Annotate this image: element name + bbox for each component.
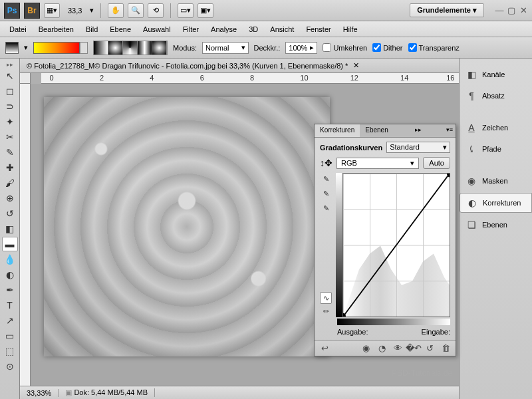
- panel-zeichen[interactable]: AZeichen: [460, 118, 532, 137]
- previous-state-icon[interactable]: �↶: [408, 342, 420, 354]
- gradient-reflected[interactable]: [138, 41, 152, 55]
- curve-point-mode-icon[interactable]: ∿: [320, 292, 332, 304]
- menu-hilfe[interactable]: Hilfe: [338, 23, 363, 35]
- blur-tool-icon[interactable]: 💧: [2, 252, 18, 267]
- dither-checkbox[interactable]: Dither: [372, 43, 402, 52]
- zoom-tool-icon[interactable]: 🔍: [128, 3, 144, 18]
- history-brush-icon[interactable]: ↺: [2, 206, 18, 221]
- view-extras-icon[interactable]: ▦▾: [44, 3, 60, 18]
- character-icon: A: [466, 122, 477, 133]
- toolbox-collapse-icon[interactable]: ▸▸: [7, 61, 13, 68]
- panel-korrekturen[interactable]: ◐Korrekturen: [460, 193, 532, 213]
- eraser-tool-icon[interactable]: ◧: [2, 221, 18, 236]
- menu-bild[interactable]: Bild: [80, 23, 103, 35]
- reset-icon[interactable]: ↺: [424, 342, 436, 354]
- paragraph-icon: ¶: [466, 90, 477, 101]
- stamp-tool-icon[interactable]: ⊕: [2, 191, 18, 205]
- return-arrow-icon[interactable]: ↩: [319, 342, 331, 354]
- document-close-icon[interactable]: ✕: [353, 61, 359, 70]
- move-tool-icon[interactable]: ↖: [2, 68, 18, 83]
- curve-draw-mode-icon[interactable]: ✏: [320, 305, 332, 317]
- status-doc-info[interactable]: ▣ Dok: 5,44 MB/5,44 MB: [59, 388, 155, 397]
- lasso-tool-icon[interactable]: ⊃: [2, 99, 18, 114]
- white-point-eyedropper-icon[interactable]: ✎: [320, 202, 332, 214]
- ruler-horizontal[interactable]: 0246810121416: [41, 73, 459, 84]
- screen-mode-icon[interactable]: ▣▾: [198, 3, 213, 18]
- 3d-camera-icon[interactable]: ⊙: [2, 359, 18, 374]
- black-point-eyedropper-icon[interactable]: ✎: [320, 173, 332, 185]
- panel-ebenen[interactable]: ❏Ebenen: [460, 215, 532, 234]
- brush-tool-icon[interactable]: 🖌: [2, 176, 18, 190]
- channel-select[interactable]: RGB▾: [336, 158, 419, 169]
- gradient-radial[interactable]: [108, 41, 123, 55]
- wand-tool-icon[interactable]: ✦: [2, 114, 18, 129]
- menu-filter[interactable]: Filter: [178, 23, 204, 35]
- minimize-icon[interactable]: —: [495, 6, 504, 15]
- visibility-icon[interactable]: 👁: [392, 342, 404, 354]
- ruler-origin[interactable]: [20, 73, 31, 84]
- canvas-image: [44, 97, 330, 356]
- crop-tool-icon[interactable]: ✂: [2, 130, 18, 144]
- bridge-icon[interactable]: Br: [24, 3, 40, 19]
- preset-select[interactable]: Standard▾: [386, 142, 450, 153]
- menu-auswahl[interactable]: Auswahl: [138, 23, 176, 35]
- status-zoom[interactable]: 33,33%: [20, 389, 59, 397]
- gray-point-eyedropper-icon[interactable]: ✎: [320, 188, 332, 200]
- menu-ansicht[interactable]: Ansicht: [265, 23, 299, 35]
- clip-layer-icon[interactable]: ◔: [376, 342, 388, 354]
- marquee-tool-icon[interactable]: ◻: [2, 84, 18, 98]
- document-tab[interactable]: © Fotolia_212788_M© Dragan Trifunovic - …: [20, 59, 459, 73]
- menu-analyse[interactable]: Analyse: [205, 23, 242, 35]
- reverse-checkbox[interactable]: Umkehren: [323, 43, 367, 52]
- gradient-picker-arrow[interactable]: [80, 42, 88, 54]
- healing-tool-icon[interactable]: ✚: [2, 160, 18, 175]
- menu-3d[interactable]: 3D: [243, 23, 263, 35]
- blend-mode-select[interactable]: Normal▾: [202, 42, 248, 54]
- rotate-view-icon[interactable]: ⟲: [148, 3, 164, 18]
- ruler-vertical[interactable]: [20, 84, 31, 386]
- menu-bearbeiten[interactable]: Bearbeiten: [33, 23, 79, 35]
- hand-tool-icon[interactable]: ✋: [108, 3, 124, 18]
- panel-masken[interactable]: ◉Masken: [460, 172, 532, 190]
- gradient-linear[interactable]: [94, 41, 108, 55]
- eyedropper-tool-icon[interactable]: ✎: [2, 145, 18, 160]
- pen-tool-icon[interactable]: ✒: [2, 283, 18, 297]
- workspace-switcher[interactable]: Grundelemente ▾: [410, 3, 484, 17]
- auto-button[interactable]: Auto: [423, 157, 450, 169]
- 3d-tool-icon[interactable]: ⬚: [2, 344, 18, 358]
- zoom-level[interactable]: 33,3: [64, 7, 86, 15]
- dodge-tool-icon[interactable]: ◐: [2, 267, 18, 282]
- close-icon[interactable]: ✕: [519, 6, 528, 15]
- arrange-docs-icon[interactable]: ▭▾: [178, 3, 194, 18]
- tab-ebenen[interactable]: Ebenen: [360, 124, 393, 137]
- panel-kanaele[interactable]: ◧Kanäle: [460, 65, 532, 84]
- menu-fenster[interactable]: Fenster: [301, 23, 336, 35]
- adjustments-icon: ◐: [467, 198, 477, 208]
- menu-bar: Datei Bearbeiten Bild Ebene Auswahl Filt…: [0, 21, 532, 37]
- ps-logo-icon: Ps: [4, 3, 20, 19]
- shape-tool-icon[interactable]: ▭: [2, 329, 18, 343]
- menu-datei[interactable]: Datei: [4, 23, 32, 35]
- expand-view-icon[interactable]: ◉: [360, 342, 372, 354]
- panel-absatz[interactable]: ¶Absatz: [460, 86, 532, 105]
- maximize-icon[interactable]: ▢: [507, 6, 516, 15]
- tool-preset-icon[interactable]: [5, 42, 19, 54]
- delete-icon[interactable]: 🗑: [440, 342, 452, 354]
- gradient-diamond[interactable]: [152, 41, 167, 55]
- opacity-input[interactable]: 100%▸: [285, 42, 317, 54]
- panel-menu-icon[interactable]: ▾≡: [444, 124, 456, 137]
- transparency-checkbox[interactable]: Transparenz: [408, 43, 460, 52]
- curves-title: Gradationskurven: [320, 144, 382, 152]
- target-adjust-icon[interactable]: ↕✥: [320, 158, 332, 168]
- curves-panel: Korrekturen Ebenen ▸▸ ▾≡ Gradationskurve…: [314, 124, 456, 356]
- tab-korrekturen[interactable]: Korrekturen: [315, 124, 360, 137]
- type-tool-icon[interactable]: T: [2, 298, 18, 313]
- menu-ebene[interactable]: Ebene: [104, 23, 136, 35]
- gradient-angle[interactable]: [123, 41, 138, 55]
- panel-pfade[interactable]: ⤹Pfade: [460, 140, 532, 158]
- curve-grid[interactable]: [342, 173, 450, 317]
- path-select-icon[interactable]: ↗: [2, 313, 18, 328]
- gradient-preview[interactable]: [33, 42, 80, 54]
- gradient-tool-icon[interactable]: ▬: [2, 237, 18, 251]
- panel-expand-icon[interactable]: ▸▸: [412, 124, 424, 137]
